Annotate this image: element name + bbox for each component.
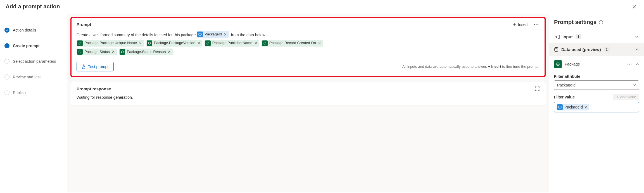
svg-point-1	[536, 24, 537, 25]
svg-point-2	[538, 24, 538, 25]
step-label: Select action parameters	[13, 59, 56, 64]
data-icon	[205, 40, 211, 46]
svg-point-6	[264, 42, 266, 44]
chevron-down-icon	[635, 36, 638, 38]
data-count: 1	[604, 47, 610, 52]
plus-icon	[512, 23, 516, 26]
data-icon	[147, 40, 152, 46]
close-icon	[112, 50, 115, 53]
variable-icon	[197, 32, 203, 37]
prompt-text: Create a well formed summary of the deta…	[77, 33, 196, 37]
variable-icon	[557, 104, 563, 110]
data-token[interactable]: Package.Record Created On	[262, 40, 323, 47]
svg-point-5	[207, 42, 209, 44]
plus-icon	[616, 95, 619, 98]
close-icon	[255, 42, 257, 44]
chevron-up-icon[interactable]	[636, 63, 639, 65]
token-label: PackageId	[205, 30, 222, 38]
accordion-title: Input	[562, 34, 573, 39]
data-token[interactable]: Package.PackageVersion	[146, 40, 202, 47]
response-status: Waiting for response generation.	[77, 95, 540, 100]
svg-point-10	[601, 21, 601, 22]
step-create-prompt[interactable]: Create prompt	[4, 38, 63, 54]
accordion-title: Data used (preview)	[561, 47, 601, 52]
prompt-card: Prompt Insert Create a well formed summa…	[70, 17, 546, 77]
data-token[interactable]: Package.Package Unique Name	[77, 40, 144, 47]
accordion-input[interactable]: Input 1	[554, 30, 639, 43]
data-token[interactable]: Package.Status Reason	[119, 49, 173, 55]
close-icon	[584, 106, 587, 108]
step-pending-icon	[4, 59, 9, 64]
step-action-details[interactable]: Action details	[4, 22, 63, 38]
step-review-test[interactable]: Review and test	[4, 69, 63, 85]
data-token[interactable]: Package.PublisherName	[205, 40, 259, 47]
expand-button[interactable]	[535, 86, 540, 91]
close-icon	[198, 42, 200, 44]
input-token-packageid[interactable]: PackageId	[197, 31, 229, 38]
insert-button[interactable]: Insert	[512, 22, 528, 27]
svg-point-7	[79, 51, 81, 53]
input-icon	[555, 35, 560, 39]
filter-value-input[interactable]: PackageId	[554, 102, 639, 112]
step-select-params[interactable]: Select action parameters	[4, 54, 63, 69]
insert-label: Insert	[518, 22, 528, 27]
token-remove-button[interactable]	[111, 50, 115, 53]
prompt-editor[interactable]: Create a well formed summary of the deta…	[77, 31, 540, 57]
token-label: Package.Status Reason	[127, 48, 166, 56]
data-token[interactable]: Package.Status	[77, 49, 117, 55]
token-remove-button[interactable]	[254, 42, 258, 44]
input-count: 1	[576, 34, 581, 39]
svg-point-11	[555, 47, 558, 49]
token-remove-button[interactable]	[318, 42, 321, 44]
filter-attribute-select[interactable]: PackageId	[554, 80, 639, 90]
token-label: Package.Status	[84, 48, 110, 56]
token-label: Package.PackageVersion	[154, 39, 195, 47]
token-remove-button[interactable]	[197, 42, 201, 44]
entity-icon	[554, 60, 562, 68]
svg-point-15	[629, 64, 630, 65]
data-icon	[262, 40, 268, 46]
token-label: Package.PublisherName	[212, 39, 252, 47]
info-button[interactable]	[599, 20, 603, 25]
token-label: Package.Package Unique Name	[84, 39, 137, 47]
step-label: Action details	[13, 28, 36, 32]
data-icon	[77, 40, 83, 46]
entity-more-button[interactable]	[627, 64, 632, 65]
token-remove-button[interactable]	[224, 33, 227, 36]
token-remove-button[interactable]	[167, 50, 171, 53]
close-icon	[139, 42, 142, 44]
svg-point-14	[628, 64, 628, 65]
close-button[interactable]	[630, 4, 638, 10]
token-remove-button[interactable]	[584, 106, 587, 108]
data-icon	[77, 49, 83, 55]
flask-icon	[82, 64, 86, 69]
chevron-down-icon	[633, 84, 636, 86]
page-title: Add a prompt action	[6, 3, 60, 10]
step-pending-icon	[4, 90, 9, 95]
svg-point-8	[121, 51, 123, 53]
step-label: Create prompt	[13, 44, 40, 48]
chevron-up-icon	[636, 48, 639, 50]
more-button[interactable]	[533, 24, 540, 25]
add-value-button[interactable]: Add value	[613, 94, 639, 100]
data-entity-row[interactable]: Package	[554, 56, 639, 71]
ellipsis-icon	[534, 24, 538, 25]
expand-icon	[535, 86, 540, 91]
step-label: Review and test	[13, 75, 41, 79]
step-done-icon	[4, 28, 9, 33]
close-icon	[168, 50, 170, 53]
response-title: Prompt response	[77, 86, 111, 91]
prompt-title: Prompt	[77, 22, 91, 27]
accordion-data-used[interactable]: Data used (preview) 1	[549, 43, 644, 56]
filter-value-token[interactable]: PackageId	[557, 104, 589, 110]
response-card: Prompt response Waiting for response gen…	[70, 81, 546, 105]
prompt-text: from the data below	[231, 33, 265, 37]
test-prompt-button[interactable]: Test prompt	[77, 62, 114, 71]
svg-point-3	[79, 42, 81, 44]
token-remove-button[interactable]	[139, 42, 142, 44]
svg-point-13	[557, 64, 559, 65]
settings-title: Prompt settings	[554, 19, 597, 25]
token-label: Package.Record Created On	[269, 39, 316, 47]
token-label: PackageId	[564, 105, 583, 109]
step-publish[interactable]: Publish	[4, 85, 63, 100]
